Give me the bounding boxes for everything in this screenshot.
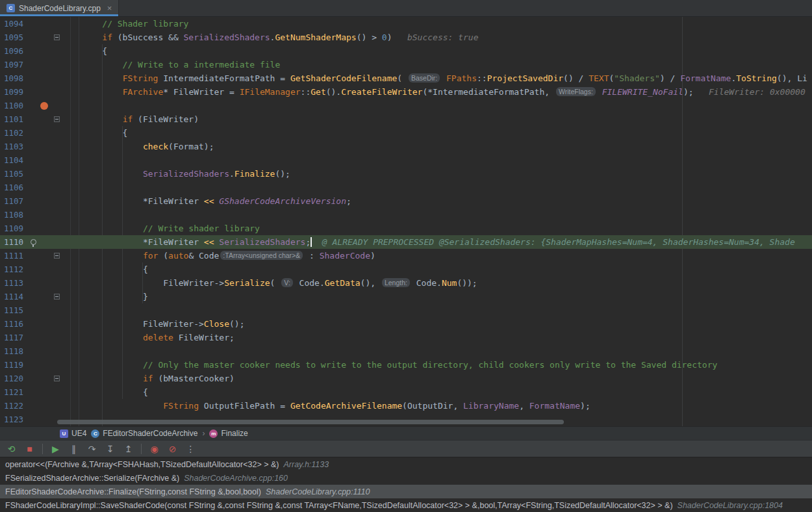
editor-gutter[interactable]: 1122 (0, 399, 79, 413)
stop-button[interactable]: ■ (24, 443, 35, 454)
editor-gutter[interactable]: 1101 (0, 112, 79, 126)
frame-source-location: ShaderCodeLibrary.cpp:1110 (266, 487, 370, 496)
editor-gutter[interactable]: 1094 (0, 17, 79, 31)
line-number[interactable]: 1109 (0, 222, 29, 235)
editor-gutter[interactable]: 1120 (0, 372, 79, 385)
code-token (441, 73, 446, 83)
line-number[interactable]: 1118 (0, 344, 29, 358)
line-number[interactable]: 1115 (0, 303, 29, 317)
line-number[interactable]: 1099 (0, 85, 29, 99)
line-number[interactable]: 1121 (0, 385, 29, 399)
view-breakpoints-button[interactable]: ◉ (149, 443, 160, 454)
line-number[interactable]: 1100 (0, 99, 29, 112)
editor-gutter[interactable]: 1108 (0, 208, 79, 222)
line-number[interactable]: 1095 (0, 31, 29, 44)
breadcrumb-module[interactable]: U UE4 (60, 429, 86, 438)
editor-gutter[interactable]: 1107 (0, 194, 79, 208)
line-number[interactable]: 1116 (0, 317, 29, 331)
fold-marker-icon[interactable] (54, 253, 60, 259)
line-number[interactable]: 1101 (0, 112, 29, 126)
line-number[interactable]: 1102 (0, 126, 29, 140)
code-line: 1114 } (0, 290, 812, 303)
code-token: FileWriter; (173, 333, 235, 342)
editor-gutter[interactable]: 1106 (0, 181, 79, 194)
horizontal-scrollbar[interactable] (57, 420, 564, 424)
editor-gutter[interactable]: 1111 (0, 249, 79, 262)
code-line: 1094 // Shader library (0, 17, 812, 31)
line-number[interactable]: 1113 (0, 276, 29, 290)
editor-gutter[interactable]: 1112 (0, 262, 79, 276)
fold-marker-icon[interactable] (54, 34, 60, 40)
editor-gutter[interactable]: 1096 (0, 44, 79, 58)
line-number[interactable]: 1103 (0, 140, 29, 153)
line-number[interactable]: 1098 (0, 71, 29, 85)
editor-gutter[interactable]: 1117 (0, 331, 79, 344)
horizontal-scrollbar-thumb[interactable] (57, 420, 564, 424)
fold-end-marker-icon[interactable] (54, 294, 60, 300)
line-number[interactable]: 1122 (0, 399, 29, 413)
stack-frame-row[interactable]: FShaderCodeLibraryImpl::SaveShaderCode(c… (0, 498, 812, 512)
step-into-button[interactable]: ↧ (105, 443, 116, 454)
line-number[interactable]: 1097 (0, 58, 29, 71)
code-line: 1107 *FileWriter << GShaderCodeArchiveVe… (0, 194, 812, 208)
tab-shadercodelibrary[interactable]: C ShaderCodeLibrary.cpp × (0, 0, 119, 16)
step-over-button[interactable]: ↷ (86, 443, 97, 454)
code-line-text: check(Format); (79, 140, 214, 153)
line-number[interactable]: 1108 (0, 208, 29, 222)
breakpoint-icon[interactable] (40, 102, 48, 110)
resume-program-button[interactable]: ▶ (50, 443, 61, 454)
step-out-button[interactable]: ↥ (123, 443, 134, 454)
fold-marker-icon[interactable] (54, 116, 60, 122)
line-number[interactable]: 1094 (0, 17, 29, 31)
line-number[interactable]: 1105 (0, 167, 29, 181)
stack-frame-row[interactable]: FSerializedShaderArchive::Serialize(FArc… (0, 471, 812, 485)
editor-gutter[interactable]: 1097 (0, 58, 79, 71)
editor-gutter[interactable]: 1119 (0, 358, 79, 372)
line-number[interactable]: 1119 (0, 358, 29, 372)
line-number[interactable]: 1114 (0, 290, 29, 303)
editor-gutter[interactable]: 1102 (0, 126, 79, 140)
editor-gutter[interactable]: 1103 (0, 140, 79, 153)
fold-marker-icon[interactable] (54, 376, 60, 381)
stack-frame-row[interactable]: operator<<(FArchive &,TArray<FSHAHash,TS… (0, 457, 812, 471)
code-token: if (123, 114, 133, 124)
line-number[interactable]: 1112 (0, 262, 29, 276)
editor-gutter[interactable]: 1110 (0, 235, 79, 249)
code-editor[interactable]: 1094 // Shader library1095 if (bSuccess … (0, 17, 812, 426)
more-options-button[interactable]: ⋮ (185, 443, 196, 454)
line-number[interactable]: 1111 (0, 249, 29, 262)
mute-breakpoints-button[interactable]: ⊘ (167, 443, 178, 454)
rerun-debug-button[interactable]: ⟲ (6, 443, 17, 454)
line-number[interactable]: 1107 (0, 194, 29, 208)
line-number[interactable]: 1104 (0, 153, 29, 167)
code-line-text: // Shader library (79, 17, 188, 31)
editor-gutter[interactable]: 1095 (0, 31, 79, 44)
line-number[interactable]: 1123 (0, 413, 29, 426)
breadcrumb-class[interactable]: C FEditorShaderCodeArchive (91, 429, 197, 438)
breadcrumb-module-label: UE4 (71, 429, 86, 438)
editor-gutter[interactable]: 1109 (0, 222, 79, 235)
line-number[interactable]: 1096 (0, 44, 29, 58)
code-line-text: // Write shader library (79, 222, 260, 235)
editor-gutter[interactable]: 1100 (0, 99, 79, 112)
parameter-hint-chip: WriteFlags: (556, 87, 596, 96)
editor-gutter[interactable]: 1121 (0, 385, 79, 399)
line-number[interactable]: 1117 (0, 331, 29, 344)
breadcrumb-method[interactable]: m Finalize (209, 429, 247, 438)
editor-gutter[interactable]: 1113 (0, 276, 79, 290)
ide-window: C ShaderCodeLibrary.cpp × 1094 // Shader… (0, 0, 812, 512)
line-number[interactable]: 1106 (0, 181, 29, 194)
pause-program-button[interactable]: ∥ (68, 443, 79, 454)
editor-gutter[interactable]: 1115 (0, 303, 79, 317)
editor-gutter[interactable]: 1104 (0, 153, 79, 167)
close-tab-icon[interactable]: × (107, 3, 112, 13)
editor-gutter[interactable]: 1105 (0, 167, 79, 181)
line-number[interactable]: 1120 (0, 372, 29, 385)
editor-gutter[interactable]: 1118 (0, 344, 79, 358)
editor-gutter[interactable]: 1116 (0, 317, 79, 331)
editor-gutter[interactable]: 1098 (0, 71, 79, 85)
editor-gutter[interactable]: 1114 (0, 290, 79, 303)
stack-frame-row[interactable]: FEditorShaderCodeArchive::Finalize(FStri… (0, 485, 812, 498)
editor-gutter[interactable]: 1099 (0, 85, 79, 99)
line-number[interactable]: 1110 (0, 235, 29, 249)
